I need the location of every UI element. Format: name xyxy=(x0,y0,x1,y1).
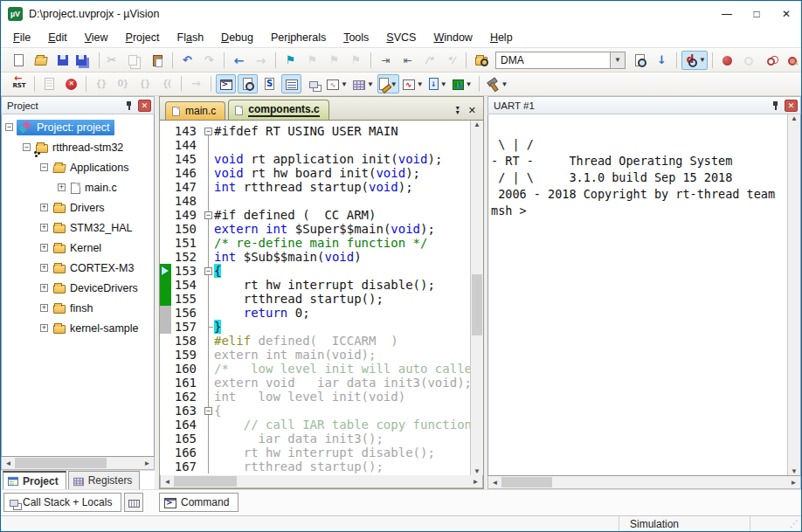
tab-command[interactable]: Command xyxy=(159,493,239,512)
expand-toggle-icon[interactable]: − xyxy=(23,143,31,151)
fold-collapse-icon[interactable]: − xyxy=(204,267,212,275)
memory-window-button[interactable]: ▼ xyxy=(351,74,376,93)
memory-window-dropdown-icon[interactable]: ▼ xyxy=(367,80,374,88)
pin-icon[interactable] xyxy=(123,100,135,112)
menu-item-svcs[interactable]: SVCS xyxy=(377,28,425,47)
tree-item-applications[interactable]: −Applications xyxy=(2,157,154,177)
scroll-right-icon[interactable]: ► xyxy=(141,457,154,469)
peripherals-window-dropdown-icon[interactable]: ▼ xyxy=(466,80,473,88)
fold-margin[interactable]: − xyxy=(203,264,214,278)
code-line-161[interactable]: 161extern void __iar_data_init3(void); xyxy=(160,376,470,390)
code-line-157[interactable]: 157} xyxy=(160,320,470,334)
close-document-icon[interactable]: ✕ xyxy=(468,105,476,116)
code-line-167[interactable]: 167 rtthread_startup(); xyxy=(160,459,470,473)
save-all-button[interactable] xyxy=(74,51,94,70)
tab-main-c[interactable]: main.c xyxy=(165,101,225,120)
indent-button[interactable]: ⇥ xyxy=(376,51,396,70)
fold-margin[interactable] xyxy=(203,320,214,334)
fold-margin[interactable] xyxy=(203,459,214,473)
code-line-143[interactable]: 143−#ifdef RT_USING_USER_MAIN xyxy=(160,124,470,138)
tree-item-project-project[interactable]: −Project: project xyxy=(2,117,154,137)
paste-button[interactable] xyxy=(148,51,168,70)
uart-output[interactable]: \ | /- RT - Thread Operating System / | … xyxy=(488,114,787,475)
scrollbar-track[interactable] xyxy=(107,457,141,469)
reset-cpu-button[interactable]: RST xyxy=(9,74,30,93)
scrollbar-track[interactable] xyxy=(237,475,469,487)
tree-item-devicedrivers[interactable]: +DeviceDrivers xyxy=(2,278,154,298)
search-dropdown-button[interactable]: ▼ xyxy=(611,52,626,69)
tab-call-stack-locals[interactable]: Call Stack + Locals xyxy=(3,493,121,512)
menu-item-help[interactable]: Help xyxy=(481,28,522,47)
code-line-162[interactable]: 162int __low_level_init(void) xyxy=(160,390,470,404)
logic-analyzer-dropdown-icon[interactable]: ▼ xyxy=(341,80,348,88)
find-in-files-button[interactable] xyxy=(471,51,491,70)
code-line-148[interactable]: 148 xyxy=(160,194,470,208)
fold-margin[interactable] xyxy=(203,194,214,208)
tab-registers[interactable]: Registers xyxy=(68,471,141,489)
tree-item-finsh[interactable]: +finsh xyxy=(2,298,154,318)
fold-margin[interactable] xyxy=(203,222,214,236)
fold-margin[interactable] xyxy=(203,166,214,180)
expand-toggle-icon[interactable]: + xyxy=(40,244,48,252)
scroll-left-icon[interactable]: ◄ xyxy=(2,457,15,469)
scroll-down-icon[interactable]: ▼ xyxy=(471,467,483,475)
project-horizontal-scrollbar[interactable]: ◄ ► xyxy=(1,457,155,470)
code-line-145[interactable]: 145void rt_application_init(void); xyxy=(160,152,470,166)
quick-find-button[interactable]: d▼ xyxy=(681,51,708,70)
fold-margin[interactable] xyxy=(203,418,214,432)
scroll-down-icon[interactable]: ▼ xyxy=(788,467,800,475)
uart-horizontal-scrollbar[interactable]: ◄ ► xyxy=(487,476,801,489)
scrollbar-track[interactable] xyxy=(788,122,800,467)
expand-toggle-icon[interactable]: + xyxy=(40,284,48,292)
scrollbar-track[interactable] xyxy=(471,128,483,467)
scroll-up-icon[interactable]: ▲ xyxy=(788,114,800,122)
pin-icon[interactable] xyxy=(770,100,782,112)
scrollbar-track[interactable] xyxy=(552,476,787,488)
scroll-up-icon[interactable]: ▲ xyxy=(471,121,483,128)
watch-window-button[interactable]: ▼ xyxy=(377,74,399,93)
project-panel-close-icon[interactable]: ✕ xyxy=(138,100,151,112)
code-line-153[interactable]: 153−{ xyxy=(160,264,470,278)
code-line-166[interactable]: 166 rt_hw_interrupt_disable(); xyxy=(160,446,470,459)
fold-collapse-icon[interactable]: − xyxy=(204,407,212,415)
uart-panel-close-icon[interactable]: ✕ xyxy=(785,100,798,112)
fold-margin[interactable] xyxy=(203,362,214,376)
symbol-window-button[interactable]: S xyxy=(259,74,280,93)
fold-margin[interactable] xyxy=(203,348,214,362)
tab-project[interactable]: Project xyxy=(3,471,66,489)
code-editor[interactable]: 143−#ifdef RT_USING_USER_MAIN144145void … xyxy=(160,121,470,475)
expand-toggle-icon[interactable]: + xyxy=(40,224,48,231)
tree-item-stm32-hal[interactable]: +STM32_HAL xyxy=(2,218,154,238)
code-line-147[interactable]: 147int rtthread_startup(void); xyxy=(160,180,470,194)
tree-item-kernel[interactable]: +Kernel xyxy=(2,238,154,258)
system-analyzer-dropdown-icon[interactable]: ▼ xyxy=(417,80,424,88)
resize-grip[interactable]: ⋰ xyxy=(787,519,801,529)
toolbox-dropdown-icon[interactable]: ▼ xyxy=(501,80,508,88)
system-viewer-button[interactable]: ↓▼ xyxy=(427,74,449,93)
menu-item-project[interactable]: Project xyxy=(117,28,169,47)
quick-find-dropdown-icon[interactable]: ▼ xyxy=(699,56,706,64)
scrollbar-thumb[interactable] xyxy=(174,476,237,487)
incremental-find-button[interactable]: ↓ xyxy=(652,51,672,70)
system-analyzer-button[interactable]: ∿▼ xyxy=(401,74,425,93)
open-file-button[interactable] xyxy=(31,51,51,70)
fold-margin[interactable]: − xyxy=(203,208,214,222)
code-line-144[interactable]: 144 xyxy=(160,138,470,152)
unindent-button[interactable]: ⇤ xyxy=(398,51,418,70)
minimize-button[interactable]: — xyxy=(712,1,742,27)
code-line-149[interactable]: 149−#if defined (__CC_ARM) xyxy=(160,208,470,222)
tree-item-cortex-m3[interactable]: +CORTEX-M3 xyxy=(2,258,154,278)
menu-item-edit[interactable]: Edit xyxy=(39,28,76,47)
tree-item-drivers[interactable]: +Drivers xyxy=(2,197,154,218)
find-in-files-dialog-button[interactable] xyxy=(630,51,650,70)
code-line-156[interactable]: 156 return 0; xyxy=(160,306,470,320)
serial-window-button[interactable] xyxy=(281,74,301,93)
menu-item-debug[interactable]: Debug xyxy=(212,28,262,47)
code-line-151[interactable]: 151/* re-define main function */ xyxy=(160,236,470,250)
menu-item-peripherals[interactable]: Peripherals xyxy=(262,28,335,47)
scroll-left-icon[interactable]: ◄ xyxy=(161,475,174,487)
expand-toggle-icon[interactable]: + xyxy=(40,204,48,211)
menu-item-file[interactable]: File xyxy=(4,28,39,47)
uart-vertical-scrollbar[interactable]: ▲ ▼ xyxy=(787,114,800,475)
code-line-158[interactable]: 158#elif defined(__ICCARM__) xyxy=(160,334,470,348)
